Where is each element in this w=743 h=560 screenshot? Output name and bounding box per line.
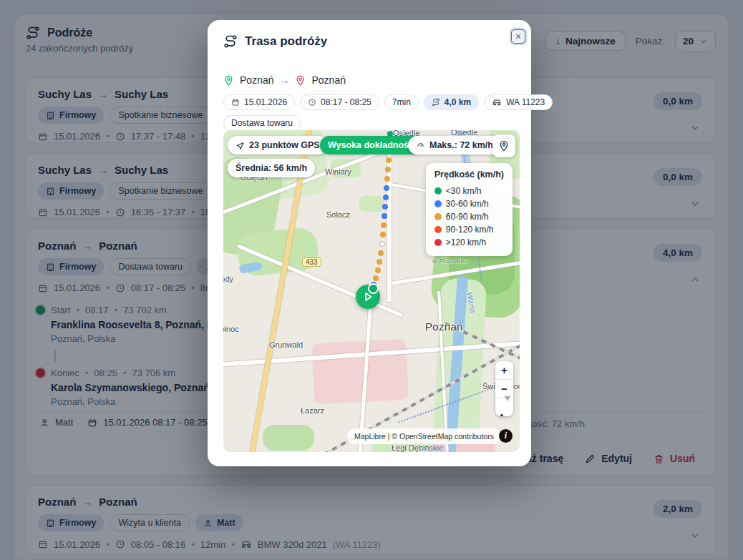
gps-points-label: 23 punktów GPS <box>249 140 320 150</box>
legend-color-dot <box>434 226 442 233</box>
date-chip: 15.01.2026 <box>223 94 295 110</box>
gps-point <box>379 241 385 247</box>
compass-button[interactable] <box>495 398 513 416</box>
map-label: Grunwald <box>269 340 303 349</box>
legend-color-dot <box>434 187 442 195</box>
accuracy-pill: Wysoka dokładność <box>320 136 422 154</box>
gps-point <box>381 222 387 228</box>
map-road-shield: 433 <box>302 257 321 267</box>
route-icon <box>432 98 440 107</box>
nature-line: w Poznaniu <box>432 257 484 265</box>
app-screen: Podróże 24 zakończonych podróży ↓ Najnow… <box>0 0 743 560</box>
time-chip: 08:17 - 08:25 <box>300 94 379 110</box>
legend-color-dot <box>434 239 442 246</box>
gps-point <box>382 213 387 219</box>
legend-item: 60-90 km/h <box>434 210 504 223</box>
legend-item: >120 km/h <box>434 236 504 249</box>
distance-chip: 4,0 km <box>424 94 479 110</box>
map-park <box>359 196 384 212</box>
legend-item: 30-60 km/h <box>434 197 504 210</box>
map-label: Winiary <box>325 167 351 176</box>
legend-items: <30 km/h30-60 km/h60-90 km/h90-120 km/h>… <box>434 185 504 249</box>
purpose-chip: Dostawa towaru <box>223 115 301 131</box>
map-label: Grunwald Północ <box>223 325 239 333</box>
map-label: Sołacz <box>326 210 350 219</box>
map-label: Łazarz <box>301 406 324 415</box>
gps-point <box>384 176 390 182</box>
route-modal: Trasa podróży ✕ Poznań → Poznań 15.01.20… <box>208 20 531 466</box>
map-label: Ogrody <box>223 275 233 283</box>
center-map-button[interactable] <box>492 134 515 157</box>
route-icon <box>223 34 238 49</box>
map-zone <box>311 339 409 405</box>
modal-route: Poznań → Poznań <box>223 74 346 86</box>
compass-icon <box>499 401 510 413</box>
avg-speed-pill: Średnia: 56 km/h <box>228 159 315 177</box>
route-end-dot <box>368 283 379 294</box>
info-glyph: i <box>505 431 507 441</box>
gps-point <box>377 259 382 265</box>
close-icon: ✕ <box>515 32 521 41</box>
legend-label: 60-90 km/h <box>446 212 489 222</box>
map-park <box>263 425 314 451</box>
legend-color-dot <box>434 200 442 207</box>
plate-chip: WA 11223 <box>484 94 553 110</box>
origin-city: Poznań <box>240 74 273 86</box>
max-speed-pill: Maks.: 72 km/h <box>408 136 501 154</box>
gps-point <box>373 275 379 281</box>
gps-point <box>383 195 389 200</box>
modal-header: Trasa podróży <box>223 34 327 49</box>
gps-point <box>382 204 388 210</box>
arrow-right-icon: → <box>279 74 289 86</box>
map-road <box>387 130 392 302</box>
origin-pin-icon <box>223 75 234 86</box>
gps-point <box>380 232 386 237</box>
gps-point <box>375 267 381 273</box>
modal-chips: 15.01.2026 08:17 - 08:25 7min 4,0 km WA … <box>223 94 520 110</box>
destination-city: Poznań <box>311 74 345 86</box>
calendar-icon <box>231 98 240 107</box>
legend-label: 90-120 km/h <box>446 225 494 235</box>
gps-point <box>385 167 391 172</box>
info-icon[interactable]: i <box>499 429 513 443</box>
modal-title: Trasa podróży <box>245 34 327 49</box>
pin-icon <box>498 140 510 152</box>
legend-label: >120 km/h <box>446 237 486 247</box>
duration-chip: 7min <box>384 94 419 110</box>
speed-legend: Prędkość (km/h) <30 km/h30-60 km/h60-90 … <box>426 163 513 256</box>
map-attribution[interactable]: MapLibre | © OpenStreetMap contributors <box>347 428 501 444</box>
navigation-icon <box>235 141 245 150</box>
map-label: Łęgi Dębińskie <box>392 443 443 452</box>
accuracy-label: Wysoka dokładność <box>328 140 414 150</box>
gps-point <box>378 250 384 256</box>
gps-points-pill: 23 punktów GPS <box>228 136 328 154</box>
destination-pin-icon <box>295 75 306 86</box>
map-zoom-controls: + − <box>495 361 513 416</box>
clock-icon <box>308 98 316 107</box>
map-label: Poznań <box>425 320 463 333</box>
route-map[interactable]: Osiedle Osiedle Winiary Golęcin Sołacz 4… <box>223 130 520 452</box>
gps-point <box>386 157 392 163</box>
gps-point <box>384 185 389 191</box>
zoom-in-button[interactable]: + <box>495 361 513 380</box>
legend-label: 30-60 km/h <box>446 199 489 209</box>
legend-title: Prędkość (km/h) <box>434 170 504 180</box>
max-speed-label: Maks.: 72 km/h <box>429 140 493 150</box>
legend-item: <30 km/h <box>434 185 504 197</box>
legend-item: 90-120 km/h <box>434 223 504 236</box>
legend-label: <30 km/h <box>446 186 482 196</box>
close-button[interactable]: ✕ <box>511 29 525 44</box>
legend-color-dot <box>434 213 442 220</box>
car-icon <box>492 97 502 107</box>
modal-chips-row2: Dostawa towaru <box>223 115 301 131</box>
gauge-icon <box>416 141 425 150</box>
avg-speed-label: Średnia: 56 km/h <box>235 163 307 173</box>
